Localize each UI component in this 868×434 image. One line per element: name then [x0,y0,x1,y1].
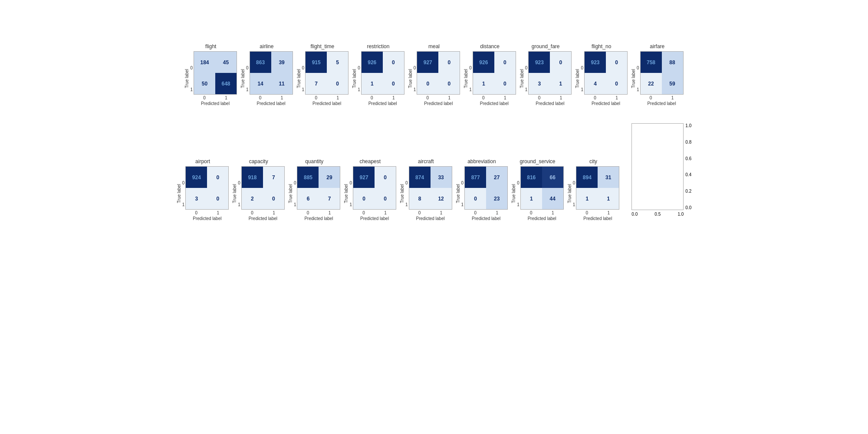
confusion-matrix-distance: distanceTrue label0192601001Predicted la… [464,43,516,106]
cm-ylabel: True label [296,57,301,100]
cm-grid-wrap: 8743381201Predicted label [409,166,452,221]
cm-xlabel: Predicted label [193,216,221,221]
cm-ylabel: True label [400,172,404,215]
cm-cell-0: 874 [409,167,431,188]
cm-ylabel: True label [232,172,237,215]
cm-grid: 87727023 [464,166,508,210]
cm-ylabel: True label [519,57,524,100]
cm-cell-1: 66 [542,167,563,188]
cm-cell-2: 1 [576,188,598,209]
cm-xticks: 01 [576,210,619,215]
cm-cell-0: 885 [297,167,319,188]
cm-inner: True label0192601001Predicted label [464,51,516,106]
cm-yticks: 01 [525,57,528,100]
cm-grid-wrap: 86339141101Predicted label [250,51,293,106]
cm-inner: True label01885296701Predicted label [288,166,341,221]
cm-cell-0: 877 [465,167,486,188]
confusion-matrix-flight_no: flight_noTrue label0192304001Predicted l… [575,43,628,106]
cm-cell-0: 926 [473,52,494,73]
cm-cell-0: 927 [417,52,438,73]
cm-xlabel: Predicted label [304,216,333,221]
cm-grid-wrap: 92303101Predicted label [528,51,572,106]
cm-cell-3: 44 [542,188,563,209]
row-2: airportTrue label0192403001Predicted lab… [177,123,691,221]
cm-xticks: 01 [417,95,460,100]
cm-inner: True label0175888225901Predicted label [631,51,684,106]
cm-yticks: 01 [302,57,305,100]
cm-title: flight [205,43,216,49]
cm-ylabel: True label [464,57,468,100]
cm-xlabel: Predicted label [201,101,230,106]
cm-cell-1: 0 [438,52,460,73]
cm-xlabel: Predicted label [257,101,286,106]
cm-grid-wrap: 184455064801Predicted label [194,51,237,106]
cm-cell-1: 0 [550,52,571,73]
cm-ylabel: True label [567,172,572,215]
cm-yticks: 01 [358,57,360,100]
cm-xlabel: Predicted label [528,216,556,221]
cm-ylabel: True label [631,57,636,100]
cm-xticks: 01 [361,95,404,100]
cm-title: airport [195,158,210,164]
cm-title: ground_service [519,158,555,164]
cm-yticks: 01 [349,172,352,215]
cm-cell-1: 88 [662,52,683,73]
cm-grid: 923040 [584,51,628,95]
confusion-matrix-flight_time: flight_timeTrue label0191557001Predicted… [296,43,349,106]
cm-inner: True label0192403001Predicted label [177,166,229,221]
cm-grid-wrap: 8166614401Predicted label [520,166,564,221]
cm-inner: True label018166614401Predicted label [511,166,564,221]
cm-title: airline [260,43,273,49]
cm-cell-3: 0 [263,188,284,209]
cm-grid: 927000 [353,166,396,210]
cm-cell-0: 927 [353,167,375,188]
cm-cell-0: 816 [521,167,542,188]
cm-inner: True label0192303101Predicted label [519,51,572,106]
cm-grid-wrap: 894311101Predicted label [576,166,619,221]
confusion-matrix-abbreviation: abbreviationTrue label018772702301Predic… [456,158,508,221]
cm-grid: 1844550648 [194,51,237,95]
cm-xticks: 01 [640,95,684,100]
cm-xlabel: Predicted label [536,101,564,106]
confusion-matrix-cheapest: cheapestTrue label0192700001Predicted la… [344,158,396,221]
cm-title: city [589,158,597,164]
cm-cell-3: 0 [375,188,396,209]
cm-grid-wrap: 92700001Predicted label [353,166,396,221]
cm-grid-wrap: 8772702301Predicted label [464,166,508,221]
cm-xticks: 01 [297,210,340,215]
cm-yticks: 01 [414,57,416,100]
cm-cell-0: 863 [250,52,271,73]
cm-cell-2: 14 [250,73,271,94]
cm-grid: 926010 [473,51,516,95]
cm-grid-wrap: 91557001Predicted label [305,51,349,106]
cm-grid: 926010 [361,51,404,95]
cm-cell-0: 923 [529,52,550,73]
cm-title: ground_fare [532,43,560,49]
confusion-matrix-quantity: quantityTrue label01885296701Predicted l… [288,158,341,221]
cm-yticks: 01 [581,57,583,100]
cm-xlabel: Predicted label [480,101,509,106]
cm-xlabel: Predicted label [368,101,397,106]
cm-cell-1: 0 [383,52,404,73]
cm-xlabel: Predicted label [360,216,389,221]
confusion-matrix-meal: mealTrue label0192700001Predicted label [408,43,460,106]
confusion-matrix-airline: airlineTrue label0186339141101Predicted … [240,43,293,106]
cm-cell-0: 926 [362,52,383,73]
cm-inner: True label0191557001Predicted label [296,51,349,106]
confusion-matrix-airfare: airfareTrue label0175888225901Predicted … [631,43,684,106]
cm-grid-wrap: 92403001Predicted label [185,166,229,221]
cm-inner: True label0192601001Predicted label [352,51,404,106]
confusion-matrix-ground_fare: ground_fareTrue label0192303101Predicted… [519,43,572,106]
cm-cell-0: 924 [186,167,207,188]
cm-cell-3: 648 [215,73,237,94]
cm-ylabel: True label [184,57,189,100]
cm-yticks: 01 [469,57,472,100]
row-1: flightTrue label01184455064801Predicted … [184,43,683,106]
cm-xlabel: Predicted label [592,101,620,106]
cm-title: quantity [305,158,323,164]
cm-inner: True label018743381201Predicted label [400,166,452,221]
cm-yticks: 01 [461,172,464,215]
cm-title: meal [428,43,440,49]
cm-cell-1: 39 [271,52,293,73]
cm-grid: 8943111 [576,166,619,210]
